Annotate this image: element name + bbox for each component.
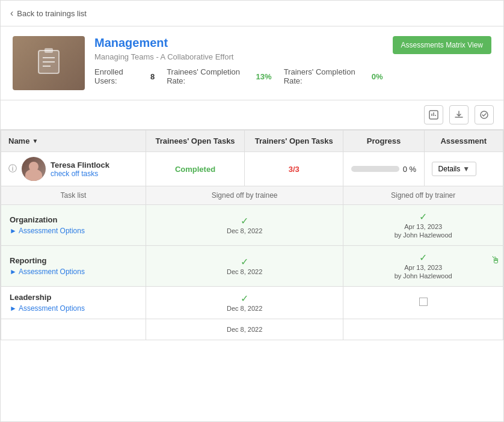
task-name-cell-organization: Organization ► Assessment Options — [1, 205, 146, 246]
trainee-check-icon-leadership: ✓ — [155, 293, 334, 304]
check-off-tasks-link[interactable]: check off tasks — [51, 170, 109, 178]
task-name-cell-leadership: Leadership ► Assessment Options — [1, 287, 146, 319]
col-progress-header: Progress — [343, 130, 424, 152]
trainee-signed-date-leadership: Dec 8, 2022 — [227, 305, 262, 312]
assessments-matrix-button[interactable]: Assessments Matrix View — [393, 36, 491, 54]
trainer-signed-by-organization: by John Hazlewood — [395, 231, 452, 239]
detail-header-row: Task list Signed off by trainee Signed o… — [1, 186, 503, 205]
trainee-signed-date-organization: Dec 8, 2022 — [227, 227, 262, 234]
header-section: Management Managing Teams - A Collaborat… — [1, 26, 503, 100]
enrolled-value: 8 — [150, 72, 155, 81]
trainer-check-icon-reporting: ✓ 🖱 — [352, 252, 494, 263]
trainee-signed-cell-organization: ✓ Dec 8, 2022 — [146, 205, 343, 246]
trainee-signed-cell-extra: Dec 8, 2022 — [146, 319, 343, 340]
task-name-cell-reporting: Reporting ► Assessment Options — [1, 246, 146, 287]
trainers-open-value: 3/3 — [252, 165, 336, 174]
assessment-options-label: Assessment Options — [19, 227, 85, 235]
table-row: ⓘ Teresa Flintlock check off tasks Compl… — [1, 152, 503, 186]
info-icon[interactable]: ⓘ — [8, 164, 17, 174]
task-title-leadership: Leadership — [10, 293, 137, 302]
task-name-cell-extra — [1, 319, 146, 340]
trainer-signed-by-reporting: by John Hazlewood — [395, 272, 452, 280]
task-title-reporting: Reporting — [10, 256, 137, 265]
training-subtitle: Managing Teams - A Collaborative Effort — [94, 52, 383, 61]
trainer-check-icon: ✓ — [352, 211, 494, 222]
main-table-container: Name ▼ Trainees' Open Tasks Trainers' Op… — [1, 130, 503, 340]
trainers-open-cell: 3/3 — [245, 152, 343, 186]
task-row-leadership: Leadership ► Assessment Options ✓ Dec 8,… — [1, 287, 503, 319]
detail-signed-trainee-header: Signed off by trainee — [146, 186, 343, 205]
col-trainees-open-header: Trainees' Open Tasks — [146, 130, 244, 152]
progress-label: 0 % — [403, 165, 416, 174]
expand-icon: ► — [10, 268, 17, 276]
trainees-completion-value: 13% — [256, 72, 272, 81]
table-header-row: Name ▼ Trainees' Open Tasks Trainers' Op… — [1, 130, 503, 152]
detail-task-list-header: Task list — [1, 186, 146, 205]
sort-icon: ▼ — [32, 138, 38, 144]
assessment-options-label-leadership: Assessment Options — [19, 304, 85, 313]
details-dropdown-icon: ▼ — [463, 165, 470, 173]
back-label: Back to trainings list — [17, 9, 87, 18]
trainees-completion-label: Trainees' Completion Rate: — [167, 67, 244, 85]
training-thumbnail — [13, 36, 85, 90]
progress-cell: 0 % — [343, 152, 424, 186]
col-assessment-header: Assessment — [424, 130, 503, 152]
task-title-organization: Organization — [10, 215, 137, 224]
trainer-unsigned-box-leadership — [419, 298, 428, 306]
trainer-signed-cell-organization: ✓ Apr 13, 2023 by John Hazlewood — [343, 205, 503, 246]
stats-row: Enrolled Users: 8 Trainees' Completion R… — [94, 67, 383, 85]
user-name: Teresa Flintlock — [51, 161, 109, 170]
col-name-header[interactable]: Name ▼ — [1, 130, 146, 152]
task-assessment-link-organization[interactable]: ► Assessment Options — [10, 227, 137, 235]
task-row-extra: Dec 8, 2022 — [1, 319, 503, 340]
back-chevron-icon: ‹ — [10, 8, 13, 19]
user-name-group: Teresa Flintlock check off tasks — [51, 161, 109, 178]
trainee-signed-cell-leadership: ✓ Dec 8, 2022 — [146, 287, 343, 319]
trainee-check-icon: ✓ — [155, 215, 334, 227]
detail-signed-trainer-header: Signed off by trainer — [343, 186, 503, 205]
users-table: Name ▼ Trainees' Open Tasks Trainers' Op… — [1, 130, 503, 340]
trainer-signed-date-reporting: Apr 13, 2023 — [404, 264, 442, 271]
trainer-signed-cell-leadership — [343, 287, 503, 319]
assessment-cell: Details ▼ — [424, 152, 503, 186]
expand-icon: ► — [10, 304, 17, 313]
expand-icon: ► — [10, 227, 17, 235]
trainees-open-value: Completed — [153, 165, 237, 174]
toolbar-row — [1, 100, 503, 130]
task-assessment-link-reporting[interactable]: ► Assessment Options — [10, 268, 137, 276]
enrolled-label: Enrolled Users: — [94, 67, 138, 85]
task-row-organization: Organization ► Assessment Options ✓ Dec … — [1, 205, 503, 246]
user-name-cell: ⓘ Teresa Flintlock check off tasks — [1, 152, 146, 186]
progress-bar — [351, 166, 399, 172]
training-title: Management — [94, 36, 383, 50]
details-button[interactable]: Details ▼ — [432, 162, 477, 176]
download-icon-button[interactable] — [449, 105, 469, 124]
svg-rect-1 — [45, 48, 53, 53]
task-row-reporting: Reporting ► Assessment Options ✓ Dec 8, … — [1, 246, 503, 287]
export-icon-button[interactable] — [424, 105, 443, 124]
trainers-completion-value: 0% — [372, 72, 383, 81]
avatar — [22, 157, 46, 181]
training-thumbnail-icon — [34, 46, 64, 81]
trainer-signed-date-organization: Apr 13, 2023 — [404, 223, 442, 230]
trainee-signed-cell-reporting: ✓ Dec 8, 2022 — [146, 246, 343, 287]
trainee-signed-date-extra: Dec 8, 2022 — [227, 326, 262, 333]
trainees-open-cell: Completed — [146, 152, 244, 186]
trainer-signed-cell-extra — [343, 319, 503, 340]
trainee-check-icon-reporting: ✓ — [155, 256, 334, 268]
trainers-completion-label: Trainers' Completion Rate: — [284, 67, 360, 85]
trainee-signed-date-reporting: Dec 8, 2022 — [227, 268, 262, 275]
checkmark-icon-button[interactable] — [475, 105, 494, 124]
assessment-options-label-reporting: Assessment Options — [19, 268, 85, 276]
task-assessment-link-leadership[interactable]: ► Assessment Options — [10, 304, 137, 313]
back-link[interactable]: ‹ Back to trainings list — [10, 8, 87, 19]
header-info: Management Managing Teams - A Collaborat… — [94, 36, 383, 85]
trainer-signed-cell-reporting[interactable]: ✓ 🖱 Apr 13, 2023 by John Hazlewood — [343, 246, 503, 287]
top-nav: ‹ Back to trainings list — [1, 1, 503, 26]
col-trainers-open-header: Trainers' Open Tasks — [245, 130, 343, 152]
